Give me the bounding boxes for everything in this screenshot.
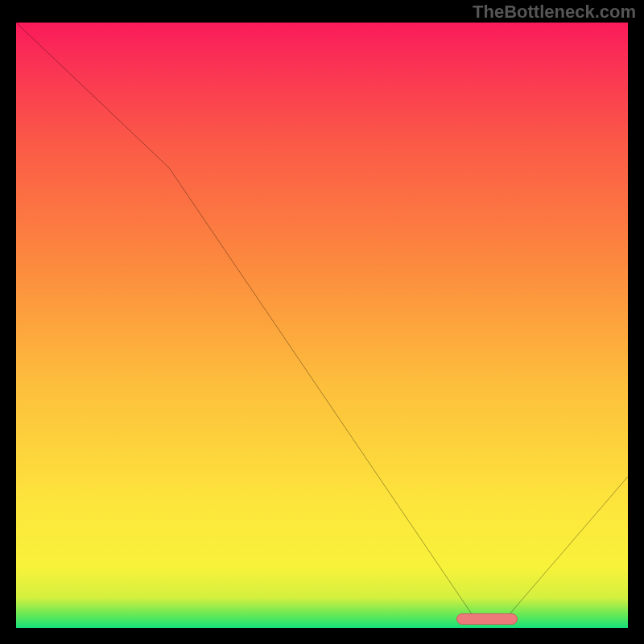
plot-area	[16, 23, 628, 628]
watermark-text: TheBottleneck.com	[473, 2, 636, 23]
bottleneck-marker	[456, 613, 518, 625]
chart-line	[16, 23, 628, 628]
